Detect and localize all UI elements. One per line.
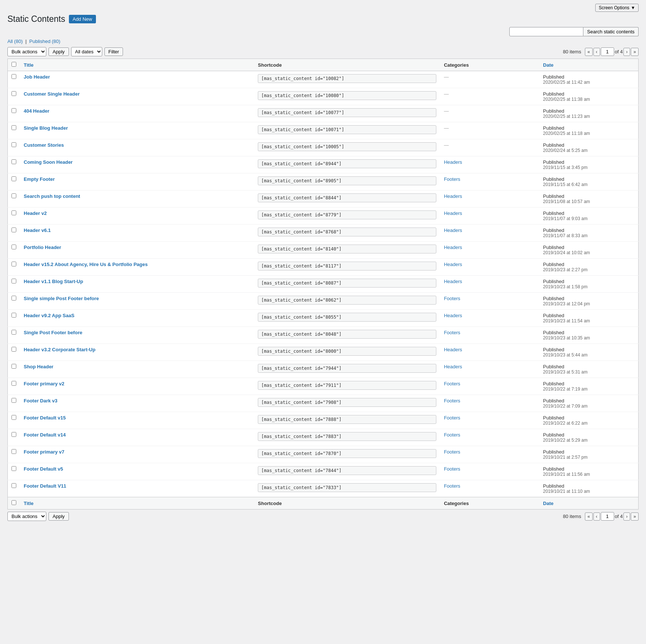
dates-filter-select[interactable]: All dates bbox=[71, 47, 102, 56]
next-page-button-top[interactable]: › bbox=[623, 48, 630, 56]
category-link-20[interactable]: Footers bbox=[444, 415, 460, 421]
page-number-input-bottom[interactable] bbox=[601, 512, 614, 521]
item-title-link-19[interactable]: Footer Dark v3 bbox=[24, 398, 57, 404]
row-checkbox-14[interactable] bbox=[11, 313, 16, 318]
category-link-8[interactable]: Headers bbox=[444, 210, 462, 216]
item-title-link-12[interactable]: Header v1.1 Blog Start-Up bbox=[24, 279, 83, 284]
row-checkbox-18[interactable] bbox=[11, 381, 16, 386]
first-page-button-bottom[interactable]: « bbox=[585, 512, 593, 521]
row-checkbox-13[interactable] bbox=[11, 296, 16, 301]
title-sort-link[interactable]: Title bbox=[24, 62, 34, 68]
item-title-link-20[interactable]: Footer Default v15 bbox=[24, 415, 66, 421]
row-checkbox-16[interactable] bbox=[11, 347, 16, 352]
prev-page-button-bottom[interactable]: ‹ bbox=[593, 512, 600, 521]
category-link-23[interactable]: Footers bbox=[444, 466, 460, 472]
category-link-21[interactable]: Footers bbox=[444, 432, 460, 438]
apply-button-bottom[interactable]: Apply bbox=[49, 512, 69, 521]
item-title-link-2[interactable]: 404 Header bbox=[24, 108, 49, 114]
bulk-actions-select-bottom[interactable]: Bulk actions bbox=[7, 512, 46, 521]
screen-options-button[interactable]: Screen Options ▼ bbox=[595, 4, 639, 12]
row-checkbox-10[interactable] bbox=[11, 245, 16, 249]
row-checkbox-1[interactable] bbox=[11, 91, 16, 96]
apply-button-top[interactable]: Apply bbox=[49, 47, 69, 56]
row-checkbox-3[interactable] bbox=[11, 125, 16, 130]
filter-button-top[interactable]: Filter bbox=[104, 47, 123, 56]
row-checkbox-17[interactable] bbox=[11, 364, 16, 369]
search-button[interactable]: Search static contents bbox=[583, 27, 639, 36]
category-link-7[interactable]: Headers bbox=[444, 193, 462, 199]
row-checkbox-23[interactable] bbox=[11, 466, 16, 471]
row-checkbox-0[interactable] bbox=[11, 74, 16, 79]
item-title-link-6[interactable]: Empty Footer bbox=[24, 176, 55, 182]
item-title-link-9[interactable]: Header v6.1 bbox=[24, 228, 51, 233]
item-title-link-21[interactable]: Footer Default v14 bbox=[24, 432, 66, 438]
item-title-link-17[interactable]: Shop Header bbox=[24, 364, 53, 369]
item-title-link-15[interactable]: Single Post Footer before bbox=[24, 330, 82, 335]
category-link-11[interactable]: Headers bbox=[444, 262, 462, 267]
category-link-13[interactable]: Footers bbox=[444, 296, 460, 301]
category-link-18[interactable]: Footers bbox=[444, 381, 460, 386]
row-checkbox-5[interactable] bbox=[11, 159, 16, 164]
row-checkbox-9[interactable] bbox=[11, 228, 16, 232]
first-page-button-top[interactable]: « bbox=[585, 48, 593, 56]
category-link-16[interactable]: Headers bbox=[444, 347, 462, 352]
row-checkbox-24[interactable] bbox=[11, 483, 16, 488]
select-all-header[interactable] bbox=[8, 59, 20, 71]
category-link-9[interactable]: Headers bbox=[444, 228, 462, 233]
item-title-link-8[interactable]: Header v2 bbox=[24, 210, 47, 216]
category-link-15[interactable]: Footers bbox=[444, 330, 460, 335]
category-link-6[interactable]: Footers bbox=[444, 176, 460, 182]
row-checkbox-21[interactable] bbox=[11, 432, 16, 437]
row-checkbox-22[interactable] bbox=[11, 449, 16, 454]
item-title-link-13[interactable]: Single simple Post Footer before bbox=[24, 296, 99, 301]
item-title-link-1[interactable]: Customer Single Header bbox=[24, 91, 80, 97]
bulk-actions-select[interactable]: Bulk actions bbox=[7, 47, 46, 56]
row-checkbox-8[interactable] bbox=[11, 210, 16, 215]
category-link-22[interactable]: Footers bbox=[444, 449, 460, 455]
title-sort-link-bottom[interactable]: Title bbox=[24, 501, 34, 506]
search-input[interactable] bbox=[509, 27, 583, 36]
row-checkbox-7[interactable] bbox=[11, 193, 16, 198]
row-checkbox-11[interactable] bbox=[11, 262, 16, 266]
item-title-link-0[interactable]: Job Header bbox=[24, 74, 50, 80]
page-number-input-top[interactable] bbox=[601, 47, 614, 56]
next-page-button-bottom[interactable]: › bbox=[623, 512, 630, 521]
item-title-link-4[interactable]: Customer Stories bbox=[24, 142, 64, 148]
select-all-checkbox-bottom[interactable] bbox=[11, 500, 16, 505]
item-title-link-10[interactable]: Portfolio Header bbox=[24, 245, 61, 250]
category-link-5[interactable]: Headers bbox=[444, 159, 462, 165]
date-sort-link-bottom[interactable]: Date bbox=[543, 501, 553, 506]
item-title-link-7[interactable]: Search push top content bbox=[24, 193, 80, 199]
item-title-link-14[interactable]: Header v9.2 App SaaS bbox=[24, 313, 74, 318]
item-title-link-23[interactable]: Footer Default v5 bbox=[24, 466, 63, 472]
select-all-footer[interactable] bbox=[8, 497, 20, 509]
row-checkbox-2[interactable] bbox=[11, 108, 16, 113]
category-link-14[interactable]: Headers bbox=[444, 313, 462, 318]
category-link-19[interactable]: Footers bbox=[444, 398, 460, 404]
row-checkbox-4[interactable] bbox=[11, 142, 16, 147]
last-page-button-top[interactable]: » bbox=[631, 48, 639, 56]
prev-page-button-top[interactable]: ‹ bbox=[593, 48, 600, 56]
category-link-10[interactable]: Headers bbox=[444, 245, 462, 250]
item-title-link-5[interactable]: Coming Soon Header bbox=[24, 159, 73, 165]
item-title-link-24[interactable]: Footer Default V11 bbox=[24, 483, 66, 489]
row-checkbox-19[interactable] bbox=[11, 398, 16, 403]
row-checkbox-6[interactable] bbox=[11, 176, 16, 181]
item-title-link-11[interactable]: Header v15.2 About Agency, Hire Us & Por… bbox=[24, 262, 148, 267]
add-new-button[interactable]: Add New bbox=[69, 15, 96, 23]
date-sort-link[interactable]: Date bbox=[543, 62, 553, 68]
category-link-17[interactable]: Headers bbox=[444, 364, 462, 369]
row-checkbox-15[interactable] bbox=[11, 330, 16, 335]
select-all-checkbox-top[interactable] bbox=[11, 62, 16, 67]
row-checkbox-12[interactable] bbox=[11, 279, 16, 283]
category-link-12[interactable]: Headers bbox=[444, 279, 462, 284]
published-filter-link[interactable]: Published (80) bbox=[29, 39, 60, 44]
item-title-link-3[interactable]: Single Blog Header bbox=[24, 125, 68, 131]
all-filter-link[interactable]: All (80) bbox=[7, 39, 24, 44]
category-link-24[interactable]: Footers bbox=[444, 483, 460, 489]
item-title-link-18[interactable]: Footer primary v2 bbox=[24, 381, 64, 386]
last-page-button-bottom[interactable]: » bbox=[631, 512, 639, 521]
item-title-link-22[interactable]: Footer primary v7 bbox=[24, 449, 64, 455]
item-title-link-16[interactable]: Header v3.2 Corporate Start-Up bbox=[24, 347, 96, 352]
row-checkbox-20[interactable] bbox=[11, 415, 16, 420]
